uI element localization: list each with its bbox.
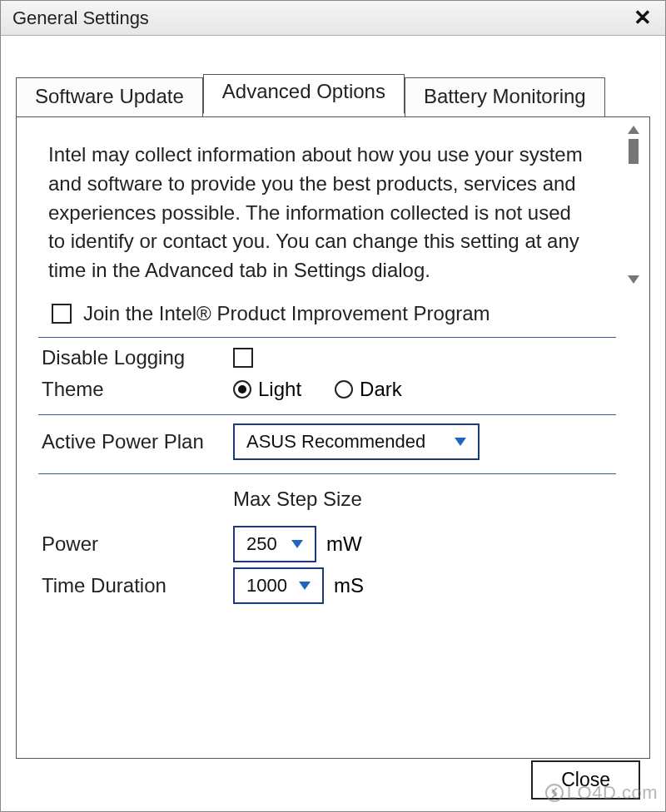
watermark: LO4D.com [545, 782, 658, 804]
time-unit: mS [334, 574, 364, 597]
power-label: Power [42, 532, 233, 556]
divider [38, 473, 616, 474]
power-plan-value: ASUS Recommended [246, 431, 425, 453]
theme-label: Theme [42, 378, 233, 401]
power-plan-label: Active Power Plan [42, 430, 233, 453]
power-plan-grid: Active Power Plan ASUS Recommended [38, 423, 616, 470]
join-program-label: Join the Intel® Product Improvement Prog… [83, 302, 490, 325]
theme-light-radio[interactable]: Light [233, 378, 301, 401]
scroll-up-icon[interactable] [628, 126, 639, 134]
theme-dark-label: Dark [360, 378, 402, 401]
chevron-down-icon [291, 540, 303, 548]
power-plan-dropdown[interactable]: ASUS Recommended [233, 423, 480, 460]
radio-dot-icon [335, 380, 353, 399]
info-scrollbar[interactable] [623, 126, 644, 284]
window-title: General Settings [12, 7, 629, 29]
max-step-grid: Max Step Size Power 250 mW Time Duration… [38, 483, 616, 614]
power-unit: mW [326, 532, 362, 556]
settings-window: General Settings ✕ Software Update Advan… [0, 0, 666, 812]
time-dropdown[interactable]: 1000 [233, 567, 324, 604]
join-program-checkbox[interactable] [52, 304, 72, 324]
tab-strip: Software Update Advanced Options Battery… [16, 77, 650, 116]
info-text: Intel may collect information about how … [38, 137, 616, 292]
divider [38, 337, 616, 338]
tab-battery-monitoring[interactable]: Battery Monitoring [405, 77, 605, 117]
close-icon[interactable]: ✕ [629, 5, 657, 31]
tab-advanced-options[interactable]: Advanced Options [203, 74, 405, 114]
divider [38, 414, 616, 415]
radio-dot-icon [233, 380, 251, 399]
logging-theme-grid: Disable Logging Theme Light Dark [38, 346, 616, 411]
theme-dark-radio[interactable]: Dark [335, 378, 402, 401]
join-program-row: Join the Intel® Product Improvement Prog… [38, 292, 616, 334]
power-value: 250 [246, 533, 277, 555]
advanced-options-panel: Intel may collect information about how … [16, 116, 650, 759]
tab-software-update[interactable]: Software Update [16, 77, 203, 117]
refresh-icon [545, 784, 564, 802]
disable-logging-label: Disable Logging [42, 346, 233, 369]
max-step-header: Max Step Size [233, 483, 609, 521]
watermark-text: LO4D.com [567, 782, 658, 804]
disable-logging-checkbox[interactable] [233, 348, 253, 368]
time-label: Time Duration [42, 574, 233, 597]
theme-light-label: Light [258, 378, 301, 401]
client-area: Software Update Advanced Options Battery… [1, 36, 665, 811]
scroll-down-icon[interactable] [628, 275, 639, 284]
scroll-thumb[interactable] [629, 139, 639, 164]
chevron-down-icon [299, 582, 311, 590]
power-dropdown[interactable]: 250 [233, 526, 316, 562]
chevron-down-icon [455, 438, 466, 446]
titlebar: General Settings ✕ [1, 1, 665, 36]
theme-radio-group: Light Dark [233, 378, 609, 401]
time-value: 1000 [246, 575, 287, 597]
